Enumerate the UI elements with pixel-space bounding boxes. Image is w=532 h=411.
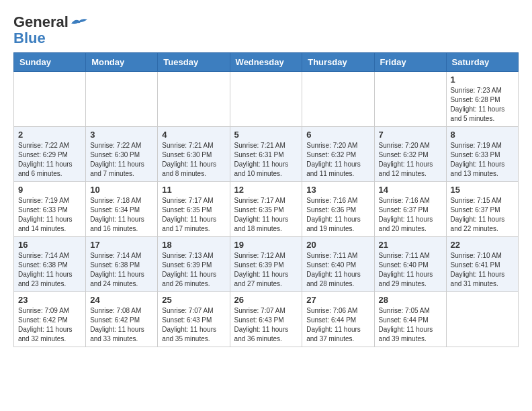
day-number: 27 (306, 295, 369, 305)
calendar-header-thursday: Thursday (302, 53, 374, 72)
calendar-week-row: 23Sunrise: 7:09 AMSunset: 6:42 PMDayligh… (14, 292, 519, 347)
day-info: Sunrise: 7:17 AMSunset: 6:35 PMDaylight:… (234, 196, 298, 234)
calendar-cell: 4Sunrise: 7:21 AMSunset: 6:30 PMDaylight… (158, 127, 230, 182)
day-number: 8 (451, 130, 514, 140)
calendar-week-row: 1Sunrise: 7:23 AMSunset: 6:28 PMDaylight… (14, 72, 519, 127)
day-number: 17 (90, 240, 153, 250)
calendar-cell (86, 72, 158, 127)
logo-text: General (13, 13, 89, 31)
header: General Blue (13, 13, 519, 46)
calendar-cell: 25Sunrise: 7:07 AMSunset: 6:43 PMDayligh… (158, 292, 230, 347)
calendar-cell: 10Sunrise: 7:18 AMSunset: 6:34 PMDayligh… (86, 182, 158, 237)
day-number: 5 (234, 130, 298, 140)
calendar-cell: 16Sunrise: 7:14 AMSunset: 6:38 PMDayligh… (14, 237, 86, 292)
day-info: Sunrise: 7:11 AMSunset: 6:40 PMDaylight:… (379, 251, 442, 289)
calendar-cell (374, 72, 446, 127)
day-number: 1 (451, 75, 514, 85)
logo-blue-text: Blue (13, 31, 46, 46)
day-number: 10 (90, 185, 153, 195)
day-info: Sunrise: 7:11 AMSunset: 6:40 PMDaylight:… (306, 251, 369, 289)
calendar-header-wednesday: Wednesday (230, 53, 302, 72)
calendar-cell: 23Sunrise: 7:09 AMSunset: 6:42 PMDayligh… (14, 292, 86, 347)
day-number: 24 (90, 295, 153, 305)
day-info: Sunrise: 7:07 AMSunset: 6:43 PMDaylight:… (162, 306, 225, 344)
day-info: Sunrise: 7:18 AMSunset: 6:34 PMDaylight:… (90, 196, 153, 234)
day-info: Sunrise: 7:07 AMSunset: 6:43 PMDaylight:… (234, 306, 298, 344)
calendar-cell: 24Sunrise: 7:08 AMSunset: 6:42 PMDayligh… (86, 292, 158, 347)
day-info: Sunrise: 7:10 AMSunset: 6:41 PMDaylight:… (451, 251, 514, 289)
calendar-header-monday: Monday (86, 53, 158, 72)
calendar-cell (230, 72, 302, 127)
day-number: 19 (234, 240, 298, 250)
calendar-cell: 12Sunrise: 7:17 AMSunset: 6:35 PMDayligh… (230, 182, 302, 237)
day-info: Sunrise: 7:13 AMSunset: 6:39 PMDaylight:… (162, 251, 225, 289)
day-number: 22 (451, 240, 514, 250)
calendar-week-row: 2Sunrise: 7:22 AMSunset: 6:29 PMDaylight… (14, 127, 519, 182)
calendar-cell: 5Sunrise: 7:21 AMSunset: 6:31 PMDaylight… (230, 127, 302, 182)
calendar-cell: 17Sunrise: 7:14 AMSunset: 6:38 PMDayligh… (86, 237, 158, 292)
calendar-cell: 14Sunrise: 7:16 AMSunset: 6:37 PMDayligh… (374, 182, 446, 237)
day-info: Sunrise: 7:09 AMSunset: 6:42 PMDaylight:… (18, 306, 81, 344)
day-info: Sunrise: 7:16 AMSunset: 6:36 PMDaylight:… (306, 196, 369, 234)
calendar-cell: 28Sunrise: 7:05 AMSunset: 6:44 PMDayligh… (374, 292, 446, 347)
day-info: Sunrise: 7:08 AMSunset: 6:42 PMDaylight:… (90, 306, 153, 344)
calendar-cell: 9Sunrise: 7:19 AMSunset: 6:33 PMDaylight… (14, 182, 86, 237)
calendar-header-sunday: Sunday (14, 53, 86, 72)
calendar-cell: 2Sunrise: 7:22 AMSunset: 6:29 PMDaylight… (14, 127, 86, 182)
day-info: Sunrise: 7:19 AMSunset: 6:33 PMDaylight:… (451, 141, 514, 179)
day-info: Sunrise: 7:19 AMSunset: 6:33 PMDaylight:… (18, 196, 81, 234)
day-number: 18 (162, 240, 225, 250)
calendar-cell: 15Sunrise: 7:15 AMSunset: 6:37 PMDayligh… (446, 182, 518, 237)
day-info: Sunrise: 7:06 AMSunset: 6:44 PMDaylight:… (306, 306, 369, 344)
day-number: 16 (18, 240, 81, 250)
day-info: Sunrise: 7:14 AMSunset: 6:38 PMDaylight:… (18, 251, 81, 289)
day-number: 20 (306, 240, 369, 250)
calendar-cell: 27Sunrise: 7:06 AMSunset: 6:44 PMDayligh… (302, 292, 374, 347)
day-number: 23 (18, 295, 81, 305)
calendar-header-saturday: Saturday (446, 53, 518, 72)
calendar-cell: 21Sunrise: 7:11 AMSunset: 6:40 PMDayligh… (374, 237, 446, 292)
day-info: Sunrise: 7:15 AMSunset: 6:37 PMDaylight:… (451, 196, 514, 234)
day-info: Sunrise: 7:20 AMSunset: 6:32 PMDaylight:… (306, 141, 369, 179)
logo: General Blue (13, 13, 89, 46)
calendar-week-row: 9Sunrise: 7:19 AMSunset: 6:33 PMDaylight… (14, 182, 519, 237)
day-number: 21 (379, 240, 442, 250)
calendar-cell: 7Sunrise: 7:20 AMSunset: 6:32 PMDaylight… (374, 127, 446, 182)
day-info: Sunrise: 7:17 AMSunset: 6:35 PMDaylight:… (162, 196, 225, 234)
day-number: 6 (306, 130, 369, 140)
calendar: SundayMondayTuesdayWednesdayThursdayFrid… (13, 52, 519, 347)
day-number: 13 (306, 185, 369, 195)
day-info: Sunrise: 7:21 AMSunset: 6:30 PMDaylight:… (162, 141, 225, 179)
calendar-cell: 11Sunrise: 7:17 AMSunset: 6:35 PMDayligh… (158, 182, 230, 237)
day-info: Sunrise: 7:22 AMSunset: 6:30 PMDaylight:… (90, 141, 153, 179)
day-number: 14 (379, 185, 442, 195)
day-info: Sunrise: 7:23 AMSunset: 6:28 PMDaylight:… (451, 86, 514, 124)
calendar-cell (446, 292, 518, 347)
calendar-cell: 6Sunrise: 7:20 AMSunset: 6:32 PMDaylight… (302, 127, 374, 182)
day-number: 3 (90, 130, 153, 140)
day-info: Sunrise: 7:20 AMSunset: 6:32 PMDaylight:… (379, 141, 442, 179)
day-number: 26 (234, 295, 298, 305)
calendar-cell: 26Sunrise: 7:07 AMSunset: 6:43 PMDayligh… (230, 292, 302, 347)
day-number: 12 (234, 185, 298, 195)
day-number: 2 (18, 130, 81, 140)
day-info: Sunrise: 7:21 AMSunset: 6:31 PMDaylight:… (234, 141, 298, 179)
calendar-cell (302, 72, 374, 127)
day-number: 7 (379, 130, 442, 140)
calendar-header-friday: Friday (374, 53, 446, 72)
day-number: 4 (162, 130, 225, 140)
calendar-header-row: SundayMondayTuesdayWednesdayThursdayFrid… (14, 53, 519, 72)
day-info: Sunrise: 7:16 AMSunset: 6:37 PMDaylight:… (379, 196, 442, 234)
calendar-cell: 13Sunrise: 7:16 AMSunset: 6:36 PMDayligh… (302, 182, 374, 237)
calendar-cell: 1Sunrise: 7:23 AMSunset: 6:28 PMDaylight… (446, 72, 518, 127)
calendar-cell: 19Sunrise: 7:12 AMSunset: 6:39 PMDayligh… (230, 237, 302, 292)
calendar-cell: 22Sunrise: 7:10 AMSunset: 6:41 PMDayligh… (446, 237, 518, 292)
calendar-cell: 3Sunrise: 7:22 AMSunset: 6:30 PMDaylight… (86, 127, 158, 182)
day-info: Sunrise: 7:14 AMSunset: 6:38 PMDaylight:… (90, 251, 153, 289)
calendar-header-tuesday: Tuesday (158, 53, 230, 72)
calendar-cell: 20Sunrise: 7:11 AMSunset: 6:40 PMDayligh… (302, 237, 374, 292)
calendar-cell: 8Sunrise: 7:19 AMSunset: 6:33 PMDaylight… (446, 127, 518, 182)
day-info: Sunrise: 7:22 AMSunset: 6:29 PMDaylight:… (18, 141, 81, 179)
day-number: 25 (162, 295, 225, 305)
calendar-cell (14, 72, 86, 127)
